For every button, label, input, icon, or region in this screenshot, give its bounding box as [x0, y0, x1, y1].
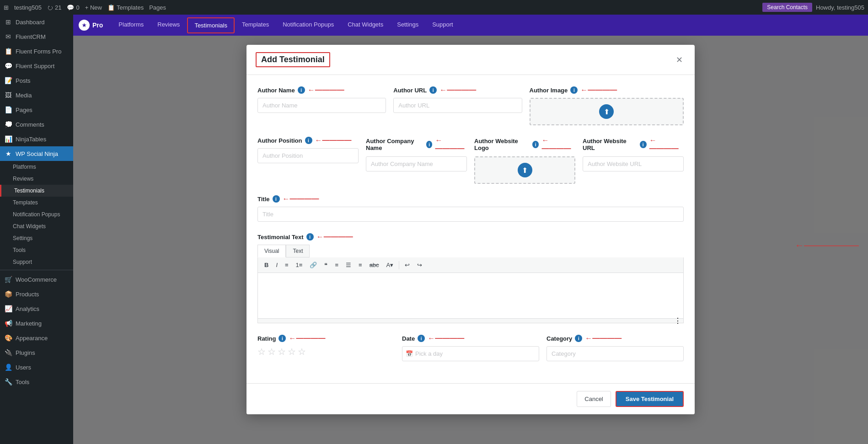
sidebar-sub-item-platforms[interactable]: Platforms — [0, 161, 73, 173]
link-button[interactable]: 🔗 — [307, 260, 320, 270]
star-rating[interactable]: ☆ ☆ ☆ ☆ ☆ — [257, 346, 395, 357]
fluent-support-icon: 💬 — [5, 62, 12, 70]
author-image-arrow: ←———— — [580, 86, 617, 94]
updates-count[interactable]: ⭮ 21 — [47, 4, 61, 11]
sidebar-sub-item-settings[interactable]: Settings — [0, 232, 73, 244]
users-icon: 👤 — [5, 364, 12, 371]
star-4[interactable]: ☆ — [288, 346, 296, 357]
save-testimonial-button[interactable]: Save Testimonial — [616, 391, 684, 407]
sidebar-sub-item-notification-popups[interactable]: Notification Popups — [0, 209, 73, 220]
author-image-info-icon[interactable]: i — [570, 86, 578, 94]
testimonial-text-label: Testimonial Text i ←———— — [257, 233, 684, 241]
align-left-button[interactable]: ≡ — [332, 260, 341, 270]
author-name-input[interactable] — [257, 98, 386, 113]
sidebar-sub-item-testimonials[interactable]: Testimonials — [0, 185, 73, 197]
star-2[interactable]: ☆ — [268, 346, 276, 357]
nav-item-platforms[interactable]: Platforms — [112, 17, 150, 33]
sidebar-item-woocommerce[interactable]: 🛒 WooCommerce — [0, 272, 73, 287]
pages-link[interactable]: Pages — [149, 4, 166, 11]
align-center-button[interactable]: ☰ — [343, 260, 354, 270]
rating-info-icon[interactable]: i — [279, 335, 286, 342]
sidebar-item-fluent-support[interactable]: 💬 Fluent Support — [0, 59, 73, 73]
author-url-input[interactable] — [393, 98, 522, 113]
sidebar-item-ninjatables[interactable]: 📊 NinjaTables — [0, 132, 73, 146]
author-image-upload[interactable]: ⬆ — [530, 98, 684, 125]
sidebar-sub-item-tools[interactable]: Tools — [0, 244, 73, 256]
modal-close-button[interactable]: ✕ — [673, 54, 686, 66]
nav-item-testimonials[interactable]: Testimonials — [187, 17, 235, 33]
author-website-url-info-icon[interactable]: i — [640, 141, 647, 148]
sidebar-item-appearance[interactable]: 🎨 Appearance — [0, 331, 73, 345]
editor-resize-handle[interactable]: ⋮ — [257, 319, 684, 323]
sidebar-item-wp-social-ninja[interactable]: ★ WP Social Ninja — [0, 146, 73, 161]
blockquote-button[interactable]: ❝ — [321, 260, 330, 270]
sidebar-item-posts[interactable]: 📝 Posts — [0, 73, 73, 88]
unordered-list-button[interactable]: ≡ — [282, 260, 291, 270]
nav-item-support[interactable]: Support — [426, 17, 460, 33]
sidebar-item-analytics[interactable]: 📈 Analytics — [0, 301, 73, 316]
category-input[interactable] — [547, 346, 684, 361]
editor-content[interactable] — [257, 273, 684, 319]
date-info-icon[interactable]: i — [418, 335, 425, 342]
strikethrough-button[interactable]: abc — [367, 260, 382, 270]
title-info-icon[interactable]: i — [273, 195, 280, 203]
tab-text[interactable]: Text — [286, 245, 310, 257]
sidebar-item-label: Tools — [16, 379, 29, 385]
date-input[interactable] — [402, 346, 539, 361]
testimonial-text-info-icon[interactable]: i — [306, 233, 314, 241]
sidebar-item-marketing[interactable]: 📢 Marketing — [0, 316, 73, 331]
nav-item-notification-popups[interactable]: Notification Popups — [276, 17, 340, 33]
sidebar-sub-item-support[interactable]: Support — [0, 256, 73, 268]
author-company-info-icon[interactable]: i — [426, 141, 433, 148]
tab-visual[interactable]: Visual — [257, 245, 286, 257]
nav-item-reviews[interactable]: Reviews — [151, 17, 186, 33]
cancel-button[interactable]: Cancel — [577, 391, 611, 407]
new-button[interactable]: + New — [85, 4, 102, 11]
redo-button[interactable]: ↪ — [414, 260, 425, 270]
nav-item-chat-widgets[interactable]: Chat Widgets — [341, 17, 390, 33]
author-website-logo-info-icon[interactable]: i — [532, 141, 539, 148]
templates-link[interactable]: 📋 Templates — [107, 4, 144, 11]
star-3[interactable]: ☆ — [278, 346, 286, 357]
sidebar-item-dashboard[interactable]: ⊞ Dashboard — [0, 15, 73, 29]
star-5[interactable]: ☆ — [298, 346, 306, 357]
sidebar-item-plugins[interactable]: 🔌 Plugins — [0, 345, 73, 360]
align-right-button[interactable]: ≡ — [356, 260, 365, 270]
sidebar-sub-item-reviews[interactable]: Reviews — [0, 173, 73, 185]
nav-item-settings[interactable]: Settings — [391, 17, 425, 33]
sidebar-item-fluent-forms[interactable]: 📋 Fluent Forms Pro — [0, 44, 73, 59]
sidebar-item-label: Comments — [16, 121, 44, 128]
sidebar-item-tools-main[interactable]: 🔧 Tools — [0, 374, 73, 389]
sidebar-item-comments[interactable]: 💭 Comments — [0, 117, 73, 132]
bold-button[interactable]: B — [262, 260, 271, 270]
author-website-url-input[interactable] — [583, 156, 684, 171]
author-website-logo-upload[interactable]: ⬆ — [474, 156, 575, 184]
sidebar-item-users[interactable]: 👤 Users — [0, 360, 73, 374]
site-name[interactable]: testing505 — [14, 4, 42, 11]
category-info-icon[interactable]: i — [575, 335, 582, 342]
title-input[interactable] — [257, 207, 684, 222]
comments-count[interactable]: 💬 0 — [67, 4, 79, 11]
author-name-info-icon[interactable]: i — [298, 86, 305, 94]
sidebar-item-media[interactable]: 🖼 Media — [0, 88, 73, 102]
author-url-info-icon[interactable]: i — [429, 86, 437, 94]
sidebar-item-products[interactable]: 📦 Products — [0, 287, 73, 301]
nav-item-templates[interactable]: Templates — [236, 17, 275, 33]
author-company-input[interactable] — [366, 156, 467, 171]
author-position-input[interactable] — [257, 148, 359, 163]
italic-button[interactable]: I — [273, 260, 280, 270]
sidebar-item-pages[interactable]: 📄 Pages — [0, 102, 73, 117]
text-color-button[interactable]: A▾ — [384, 260, 396, 270]
plugin-logo[interactable]: ★ Pro — [79, 20, 103, 31]
products-icon: 📦 — [5, 290, 12, 298]
undo-button[interactable]: ↩ — [402, 260, 413, 270]
sidebar-sub-item-chat-widgets[interactable]: Chat Widgets — [0, 220, 73, 232]
sidebar-sub-item-templates[interactable]: Templates — [0, 197, 73, 209]
sidebar-item-fluentcrm[interactable]: ✉ FluentCRM — [0, 29, 73, 44]
site-logo[interactable]: ⊞ — [4, 4, 9, 11]
star-1[interactable]: ☆ — [257, 346, 266, 357]
search-contacts-button[interactable]: Search Contacts — [762, 3, 812, 12]
ordered-list-button[interactable]: 1≡ — [293, 260, 305, 270]
author-position-info-icon[interactable]: i — [305, 137, 312, 144]
dashboard-icon: ⊞ — [5, 18, 12, 26]
